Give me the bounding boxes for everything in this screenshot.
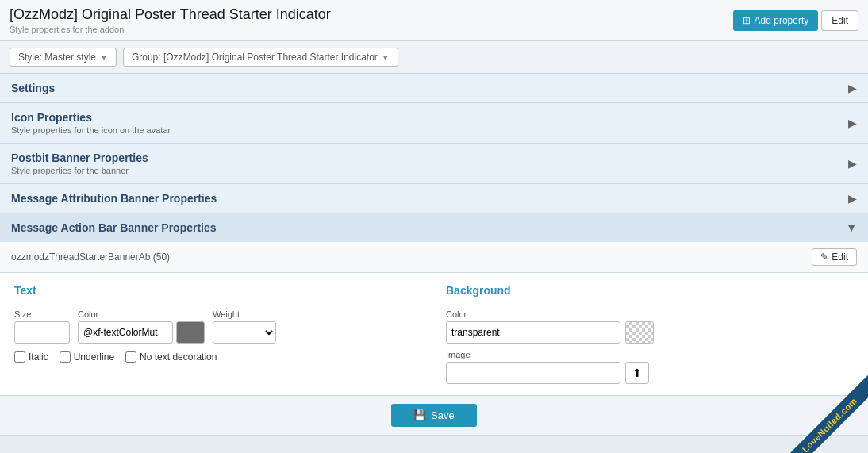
italic-label: Italic (29, 351, 48, 363)
toolbar: Style: Master style ▼ Group: [OzzModz] O… (0, 41, 868, 74)
weight-label: Weight (213, 309, 276, 319)
expanded-section-label: Message Action Bar Banner Properties (11, 221, 217, 234)
edit-button[interactable]: Edit (821, 10, 858, 31)
no-decoration-label: No text decoration (140, 351, 217, 363)
settings-section[interactable]: Settings ▶ (0, 74, 868, 103)
plus-icon: ⊞ (743, 15, 751, 26)
property-edit-button[interactable]: ✎ Edit (812, 248, 857, 266)
postbit-banner-section[interactable]: Postbit Banner Properties Style properti… (0, 144, 868, 184)
background-column: Background Color Image ⬆ (446, 284, 854, 384)
property-bar: ozzmodzThreadStarterBannerAb (50) ✎ Edit (0, 242, 868, 273)
upload-icon: ⬆ (632, 367, 642, 379)
underline-label: Underline (74, 351, 114, 363)
text-fields-row: Size Color Weight (14, 309, 422, 344)
underline-checkbox[interactable] (60, 351, 71, 363)
size-field-group: Size (14, 309, 70, 344)
page-title: [OzzModz] Original Poster Thread Starter… (10, 6, 331, 23)
color-preview (176, 321, 205, 344)
no-decoration-checkbox[interactable] (125, 351, 136, 363)
form-section: Text Size Color (0, 273, 868, 395)
chevron-down-icon: ▼ (846, 221, 857, 234)
page-header: [OzzModz] Original Poster Thread Starter… (0, 0, 868, 41)
postbit-banner-label: Postbit Banner Properties (11, 152, 148, 164)
weight-select[interactable]: Normal Bold (213, 321, 276, 344)
color-input[interactable] (78, 321, 173, 344)
text-checkboxes: Italic Underline No text decoration (14, 351, 422, 363)
add-property-button[interactable]: ⊞ Add property (733, 10, 819, 31)
italic-checkbox[interactable] (14, 351, 25, 363)
property-name: ozzmodzThreadStarterBannerAb (50) (11, 251, 170, 263)
postbit-banner-subtitle: Style properties for the banner (11, 166, 148, 175)
save-icon: 💾 (413, 409, 426, 421)
bg-image-input[interactable] (446, 362, 620, 384)
message-attribution-section[interactable]: Message Attribution Banner Properties ▶ (0, 184, 868, 213)
chevron-down-icon: ▼ (382, 53, 390, 62)
color-field-group: Color (78, 309, 205, 344)
background-section-title: Background (446, 284, 854, 301)
transparent-color-preview (625, 321, 654, 344)
style-dropdown[interactable]: Style: Master style ▼ (10, 48, 117, 67)
chevron-right-icon: ▶ (848, 192, 857, 205)
icon-properties-section[interactable]: Icon Properties Style properties for the… (0, 103, 868, 144)
header-left: [OzzModz] Original Poster Thread Starter… (10, 6, 331, 34)
edit-icon: ✎ (820, 251, 828, 263)
bg-image-label: Image (446, 350, 854, 359)
form-columns: Text Size Color (14, 284, 854, 384)
page-subtitle: Style properties for the addon (10, 25, 331, 34)
group-dropdown[interactable]: Group: [OzzModz] Original Poster Thread … (123, 48, 398, 67)
icon-properties-label: Icon Properties (11, 111, 171, 124)
chevron-right-icon: ▶ (848, 82, 857, 94)
underline-checkbox-item[interactable]: Underline (60, 351, 114, 363)
chevron-right-icon: ▶ (848, 117, 857, 129)
italic-checkbox-item[interactable]: Italic (14, 351, 48, 363)
chevron-right-icon: ▶ (848, 157, 857, 170)
chevron-down-icon: ▼ (100, 53, 108, 62)
text-section-title: Text (14, 284, 422, 301)
settings-label: Settings (11, 82, 55, 94)
no-decoration-checkbox-item[interactable]: No text decoration (125, 351, 217, 363)
size-label: Size (14, 309, 70, 319)
message-attribution-label: Message Attribution Banner Properties (11, 192, 217, 205)
icon-properties-subtitle: Style properties for the icon on the ava… (11, 125, 171, 135)
bg-color-input[interactable] (446, 321, 620, 344)
save-button[interactable]: 💾 Save (391, 404, 477, 427)
size-input[interactable] (14, 321, 70, 344)
header-actions: ⊞ Add property Edit (733, 10, 858, 31)
main-content: Settings ▶ Icon Properties Style propert… (0, 74, 868, 436)
text-column: Text Size Color (14, 284, 422, 384)
save-bar: 💾 Save (0, 395, 868, 435)
expanded-section-header[interactable]: Message Action Bar Banner Properties ▼ (0, 213, 868, 242)
upload-button[interactable]: ⬆ (625, 362, 649, 384)
weight-field-group: Weight Normal Bold (213, 309, 276, 344)
bg-color-label: Color (446, 309, 854, 319)
color-label: Color (78, 309, 205, 319)
expanded-section: Message Action Bar Banner Properties ▼ o… (0, 213, 868, 436)
